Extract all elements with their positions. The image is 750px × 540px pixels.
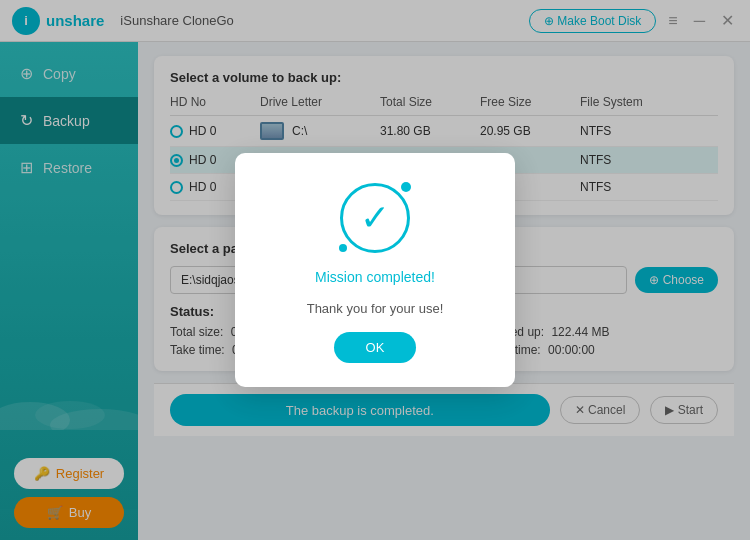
modal-overlay[interactable]: ✓ Mission completed! Thank you for your … bbox=[0, 0, 750, 540]
mission-text: Mission completed! bbox=[315, 269, 435, 285]
check-circle: ✓ bbox=[340, 183, 410, 253]
completion-modal: ✓ Mission completed! Thank you for your … bbox=[235, 153, 515, 387]
ok-button[interactable]: OK bbox=[334, 332, 417, 363]
thank-text: Thank you for your use! bbox=[307, 301, 444, 316]
checkmark-icon: ✓ bbox=[360, 200, 390, 236]
